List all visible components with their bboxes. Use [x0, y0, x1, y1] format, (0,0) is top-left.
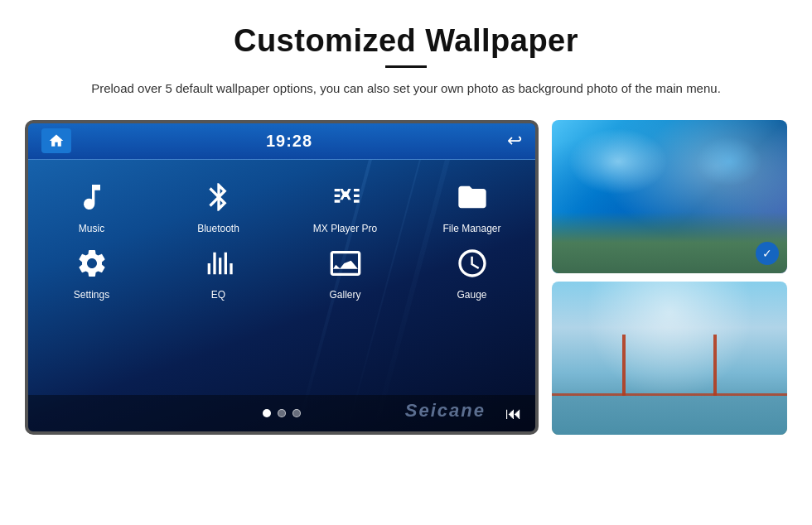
app-gallery[interactable]: Gallery [282, 243, 408, 301]
gauge-label: Gauge [457, 289, 486, 301]
ice-cave-wallpaper[interactable]: ✓ [552, 120, 787, 273]
title-divider [385, 65, 427, 68]
notification-badge: ✓ [756, 242, 779, 265]
filemanager-label: File Manager [442, 223, 500, 234]
bluetooth-icon [198, 176, 239, 218]
music-label: Music [79, 223, 104, 234]
page-header: Customized Wallpaper Preload over 5 defa… [0, 0, 812, 112]
watermark: Seicane [405, 400, 486, 421]
app-settings[interactable]: Settings [28, 243, 155, 301]
mxplayer-label: MX Player Pro [313, 223, 377, 234]
settings-icon [71, 243, 113, 284]
page-dot-2[interactable] [278, 409, 286, 417]
music-icon [71, 176, 113, 218]
screen-topbar: 19:28 ↩ [28, 123, 535, 160]
app-mxplayer[interactable]: MX Player Pro [282, 176, 408, 234]
bluetooth-label: Bluetooth [197, 223, 239, 234]
app-bluetooth[interactable]: Bluetooth [155, 176, 282, 234]
folder-icon [452, 176, 493, 218]
eq-icon [198, 243, 239, 284]
ice-cave-rocks [552, 212, 787, 273]
page-dot-3[interactable] [292, 409, 301, 417]
gallery-label: Gallery [329, 289, 360, 301]
app-gauge[interactable]: Gauge [408, 243, 535, 301]
back-button[interactable]: ↩ [507, 130, 522, 152]
bridge-wallpaper[interactable] [552, 282, 787, 435]
app-music[interactable]: Music [28, 176, 155, 234]
gauge-icon [452, 243, 493, 284]
rewind-button[interactable]: ⏮ [505, 404, 522, 423]
page-dot-1[interactable] [263, 409, 271, 417]
app-filemanager[interactable]: File Manager [408, 176, 535, 234]
page-title: Customized Wallpaper [50, 23, 762, 59]
app-grid-row1: Music Bluetooth MX Player Pro [28, 160, 535, 301]
content-area: 19:28 ↩ Music Bluetooth [0, 112, 812, 435]
gallery-icon [325, 243, 366, 284]
wallpaper-thumbnails: ✓ [552, 120, 787, 435]
car-screen: 19:28 ↩ Music Bluetooth [25, 120, 539, 435]
settings-label: Settings [74, 289, 109, 301]
home-icon [48, 132, 65, 149]
app-eq[interactable]: EQ [155, 243, 282, 301]
mxplayer-icon [325, 176, 366, 218]
eq-label: EQ [211, 289, 225, 301]
time-display: 19:28 [266, 132, 312, 151]
page-description: Preload over 5 default wallpaper options… [50, 79, 762, 99]
home-button[interactable] [41, 128, 71, 153]
